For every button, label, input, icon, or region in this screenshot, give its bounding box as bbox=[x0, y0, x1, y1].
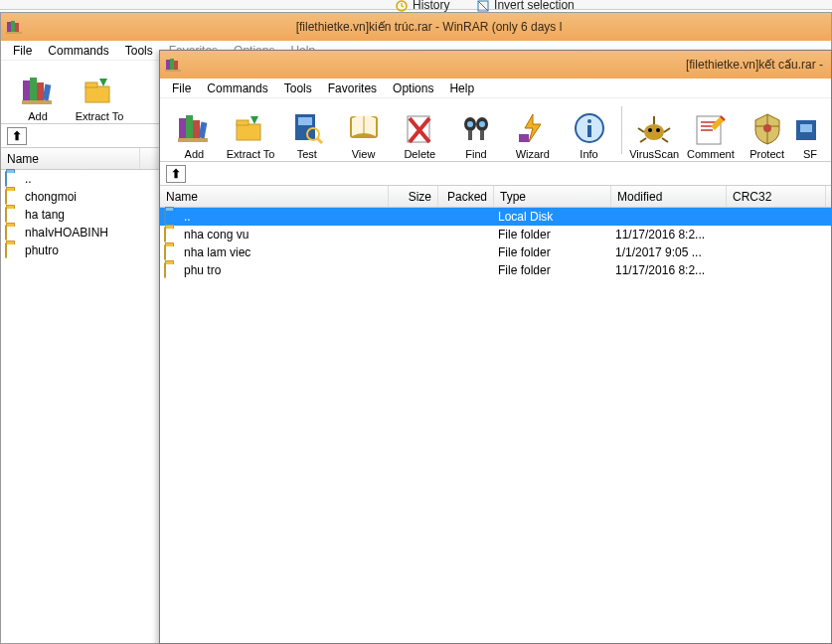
svg-rect-6 bbox=[23, 80, 30, 102]
col-type[interactable]: Type bbox=[494, 186, 611, 207]
svg-point-40 bbox=[648, 128, 652, 132]
menu-file[interactable]: File bbox=[5, 42, 40, 60]
file-name: chongmoi bbox=[25, 190, 77, 204]
sfx-button[interactable]: SF bbox=[795, 100, 825, 160]
virus-icon bbox=[636, 110, 672, 146]
svg-point-37 bbox=[587, 119, 591, 123]
col-modified[interactable]: Modified bbox=[611, 186, 727, 207]
extract-icon bbox=[233, 110, 268, 146]
find-button[interactable]: Find bbox=[448, 100, 505, 160]
virusscan-button[interactable]: VirusScan bbox=[626, 100, 683, 160]
view-button[interactable]: View bbox=[335, 100, 392, 160]
col-packed[interactable]: Packed bbox=[438, 186, 494, 207]
svg-rect-14 bbox=[170, 59, 174, 71]
app-icon bbox=[5, 18, 23, 36]
menu-help[interactable]: Help bbox=[441, 80, 482, 97]
folder-icon bbox=[5, 208, 21, 222]
menu-commands[interactable]: Commands bbox=[199, 80, 275, 97]
winrar-window-front: [filethietke.vn]kết cấu.rar - File Comma… bbox=[159, 50, 832, 644]
folder-icon bbox=[164, 228, 180, 242]
file-modified: 11/17/2016 8:2... bbox=[615, 263, 731, 277]
svg-rect-12 bbox=[85, 82, 97, 87]
info-button[interactable]: Info bbox=[561, 100, 617, 160]
file-modified: 1/1/2017 9:05 ... bbox=[615, 245, 731, 259]
test-button[interactable]: Test bbox=[278, 100, 335, 160]
column-headers: Name Size Packed Type Modified CRC32 bbox=[160, 186, 831, 208]
file-type: File folder bbox=[498, 245, 615, 259]
svg-rect-35 bbox=[519, 134, 529, 142]
menu-commands[interactable]: Commands bbox=[40, 42, 116, 60]
sfx-icon bbox=[792, 110, 828, 146]
file-type: Local Disk bbox=[498, 210, 615, 224]
file-name: nha cong vu bbox=[184, 228, 393, 242]
books-icon bbox=[20, 73, 56, 108]
svg-rect-9 bbox=[22, 100, 52, 104]
svg-rect-3 bbox=[11, 21, 15, 33]
svg-rect-31 bbox=[468, 130, 472, 140]
file-name: .. bbox=[25, 172, 32, 186]
menu-favorites[interactable]: Favorites bbox=[320, 80, 385, 97]
window-title: [filethietke.vn]kiến trúc.rar - WinRAR (… bbox=[27, 20, 831, 34]
titlebar[interactable]: [filethietke.vn]kiến trúc.rar - WinRAR (… bbox=[1, 13, 831, 41]
svg-rect-25 bbox=[298, 117, 312, 125]
menubar: File Commands Tools Favorites Options He… bbox=[160, 79, 831, 98]
list-item[interactable]: ..Local Disk bbox=[160, 208, 831, 226]
file-modified: 11/17/2016 8:2... bbox=[615, 228, 731, 242]
extract-button[interactable]: Extract To bbox=[223, 100, 279, 160]
wizard-icon bbox=[515, 110, 551, 146]
add-button[interactable]: Add bbox=[7, 63, 69, 122]
history-fragment: History bbox=[396, 0, 449, 12]
folder-icon bbox=[164, 245, 180, 259]
svg-rect-13 bbox=[166, 60, 170, 71]
svg-rect-2 bbox=[7, 22, 11, 33]
svg-rect-17 bbox=[179, 118, 186, 140]
menu-tools[interactable]: Tools bbox=[276, 80, 320, 97]
list-item[interactable]: nha lam viecFile folder1/1/2017 9:05 ... bbox=[160, 243, 831, 261]
list-item[interactable]: phu troFile folder11/17/2016 8:2... bbox=[160, 261, 831, 279]
up-button[interactable]: ⬆ bbox=[166, 165, 186, 183]
svg-rect-15 bbox=[174, 61, 178, 71]
add-button[interactable]: Add bbox=[166, 100, 223, 160]
file-list[interactable]: ..Local Disknha cong vuFile folder11/17/… bbox=[160, 208, 831, 279]
app-icon bbox=[164, 56, 182, 74]
col-crc[interactable]: CRC32 bbox=[727, 186, 826, 207]
titlebar[interactable]: [filethietke.vn]kết cấu.rar - bbox=[160, 51, 831, 79]
svg-point-39 bbox=[644, 124, 664, 140]
svg-rect-16 bbox=[165, 70, 181, 72]
comment-button[interactable]: Comment bbox=[683, 100, 740, 160]
delete-icon bbox=[402, 110, 437, 146]
file-name: .. bbox=[184, 210, 393, 224]
comment-icon bbox=[693, 110, 729, 146]
file-name: nhaIvHOABINH bbox=[25, 226, 108, 240]
svg-rect-23 bbox=[237, 120, 249, 125]
folder-icon bbox=[5, 243, 21, 257]
svg-point-41 bbox=[656, 128, 660, 132]
col-name[interactable]: Name bbox=[1, 148, 140, 169]
svg-rect-45 bbox=[800, 124, 812, 132]
info-icon bbox=[572, 110, 607, 146]
list-item[interactable]: nha cong vuFile folder11/17/2016 8:2... bbox=[160, 226, 831, 243]
svg-point-43 bbox=[763, 124, 771, 132]
protect-button[interactable]: Protect bbox=[739, 100, 795, 160]
menu-tools[interactable]: Tools bbox=[117, 42, 161, 60]
col-name[interactable]: Name bbox=[160, 186, 389, 207]
svg-rect-5 bbox=[6, 32, 22, 34]
svg-rect-18 bbox=[186, 115, 193, 140]
file-name: phutro bbox=[25, 243, 59, 257]
svg-rect-32 bbox=[480, 130, 484, 140]
file-type: File folder bbox=[498, 228, 615, 242]
find-icon bbox=[458, 110, 494, 146]
delete-button[interactable]: Delete bbox=[392, 100, 448, 160]
menu-file[interactable]: File bbox=[164, 80, 199, 97]
extract-button[interactable]: Extract To bbox=[69, 63, 130, 122]
svg-point-33 bbox=[467, 121, 473, 127]
up-button[interactable]: ⬆ bbox=[7, 127, 27, 145]
svg-point-34 bbox=[479, 121, 485, 127]
books-icon bbox=[176, 110, 212, 146]
menu-options[interactable]: Options bbox=[385, 80, 441, 97]
wizard-button[interactable]: Wizard bbox=[504, 100, 561, 160]
file-name: ha tang bbox=[25, 208, 65, 222]
col-size[interactable]: Size bbox=[389, 186, 438, 207]
extract-icon bbox=[82, 73, 117, 108]
file-type: File folder bbox=[498, 263, 615, 277]
